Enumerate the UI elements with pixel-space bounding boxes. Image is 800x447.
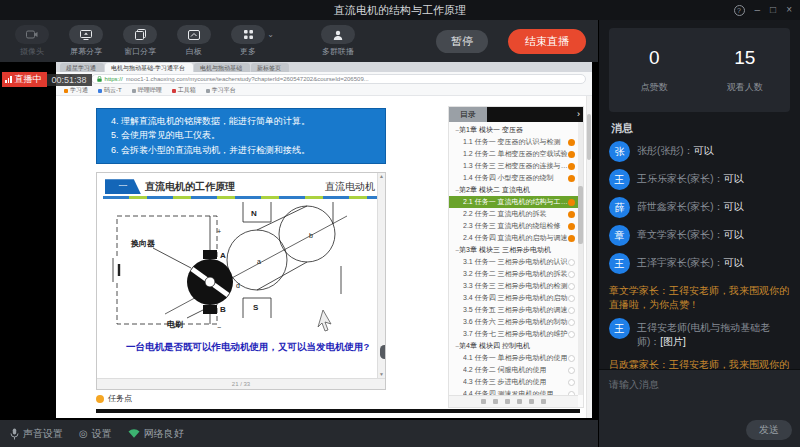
lock-icon bbox=[97, 76, 102, 82]
catalog-footer-icon[interactable] bbox=[529, 399, 534, 404]
label-terminal-b: B bbox=[220, 305, 226, 314]
task-status-badge bbox=[568, 139, 575, 146]
catalog-header: 目录 › bbox=[449, 107, 583, 122]
bookmark-item[interactable]: 码云-T bbox=[98, 86, 122, 95]
toolbar: 摄像头 屏幕分享 窗口分享 白板 ⌄ bbox=[0, 20, 598, 62]
label-plus: + bbox=[217, 228, 221, 235]
browser-tab-strip: 超星学习通 电机与拖动基础-学习通平台 电机与拖动基础 新标签页 bbox=[56, 62, 592, 72]
live-stream-app: 直流电机的结构与工作原理 ? – □ × 摄像头 屏幕分享 窗 bbox=[0, 0, 800, 447]
camera-button[interactable]: 摄像头 bbox=[10, 25, 54, 57]
message-input[interactable] bbox=[599, 370, 800, 422]
screen-share-button[interactable]: 屏幕分享 bbox=[64, 25, 108, 57]
network-signal-icon bbox=[128, 429, 140, 438]
maximize-icon[interactable]: □ bbox=[770, 5, 776, 15]
url-box[interactable]: https:// mooc1-1.chaoxing.com/mycourse/t… bbox=[91, 74, 586, 84]
window-share-button[interactable]: 窗口分享 bbox=[118, 25, 162, 57]
scroll-down-icon[interactable]: ▼ bbox=[379, 372, 384, 377]
network-status[interactable]: 网络良好 bbox=[128, 427, 184, 441]
catalog-item[interactable]: 1.2 任务二 单相变压器的空载试验 bbox=[449, 148, 583, 160]
dc-motor-diagram: 换向器 电刷 N S A B + − bbox=[107, 200, 375, 338]
catalog-item[interactable]: 4.1 任务一 单相异步电动机的使用 bbox=[449, 352, 583, 364]
catalog-item[interactable]: 3.3 任务三 三相异步电动机的检测 bbox=[449, 280, 583, 292]
bookmark-favicon bbox=[132, 89, 136, 93]
catalog-item[interactable]: 3.4 任务四 三相异步电动机的启动 bbox=[449, 292, 583, 304]
catalog-item[interactable]: 2.2 任务二 直流电机的拆装 bbox=[449, 208, 583, 220]
message-sender: 王乐乐家长(家长)： bbox=[637, 173, 724, 184]
close-icon[interactable]: × bbox=[786, 5, 792, 15]
task-status-badge bbox=[568, 343, 575, 350]
progress-divider bbox=[96, 409, 580, 413]
camera-icon bbox=[26, 30, 38, 39]
slide-divider bbox=[103, 196, 379, 199]
slide-header: 一 直流电机的工作原理 直流电动机 bbox=[97, 173, 385, 195]
catalog-item[interactable]: 1.1 任务一 变压器的认识与检测 bbox=[449, 136, 583, 148]
browser-tab[interactable]: 电机与拖动基础-学习通平台 bbox=[105, 63, 193, 72]
live-badge: 直播中 00:51:38 bbox=[2, 72, 92, 87]
catalog-item[interactable]: 4.2 任务二 伺服电机的使用 bbox=[449, 364, 583, 376]
likes-label: 点赞数 bbox=[641, 81, 668, 94]
message-sender: 王得安老师(电机与拖动基础老师)： bbox=[637, 322, 770, 347]
browser-tab[interactable]: 新标签页 bbox=[251, 63, 289, 72]
engagement-panel: 0 点赞数 15 观看人数 消息 张 张彤(张彤)：可以 bbox=[598, 20, 800, 447]
catalog-item[interactable]: 2.4 任务四 直流电机的启动与调速 bbox=[449, 232, 583, 244]
catalog-item[interactable]: 1.3 任务三 三相变压器的连接与检验 bbox=[449, 160, 583, 172]
bookmark-item[interactable]: 学习通 bbox=[64, 86, 88, 95]
task-status-badge bbox=[568, 175, 575, 182]
send-button[interactable]: 发送 bbox=[746, 420, 792, 440]
label-coil-d: d bbox=[236, 282, 240, 289]
catalog-item[interactable]: 3.5 任务五 三相异步电动机的调速 bbox=[449, 304, 583, 316]
catalog-item[interactable]: 2.1 任务一 直流电机的结构与工作原理 bbox=[449, 196, 583, 208]
catalog-scrollbar[interactable] bbox=[578, 122, 583, 395]
catalog-item[interactable]: 第4章 模块四 控制电机 bbox=[449, 340, 583, 352]
help-icon[interactable]: ? bbox=[734, 5, 745, 16]
catalog-item[interactable]: 3.7 任务七 三相异步电动机的维护 bbox=[449, 328, 583, 340]
catalog-item[interactable]: 2.3 任务三 直流电机的绕组检修 bbox=[449, 220, 583, 232]
catalog-footer-icon[interactable] bbox=[505, 399, 510, 404]
more-button[interactable]: ⌄ 更多 bbox=[226, 25, 270, 57]
chat-message: 章 章文学家长(家长)：可以 bbox=[609, 225, 790, 246]
catalog-item[interactable]: 3.1 任务一 三相异步电动机的认识 bbox=[449, 256, 583, 268]
task-status-badge bbox=[568, 367, 575, 374]
catalog-item[interactable]: 3.6 任务六 三相异步电动机的制动 bbox=[449, 316, 583, 328]
page-scroll-thumb[interactable] bbox=[587, 114, 591, 160]
bookmark-item[interactable]: 学习平台 bbox=[206, 86, 236, 95]
task-point-icon bbox=[96, 395, 104, 403]
catalog-footer-icon[interactable] bbox=[541, 399, 546, 404]
scroll-up-icon[interactable]: ▲ bbox=[379, 174, 384, 179]
catalog-item[interactable]: 第1章 模块一 变压器 bbox=[449, 124, 583, 136]
label-terminal-a: A bbox=[220, 251, 226, 260]
catalog-footer-icon[interactable] bbox=[517, 399, 522, 404]
message-sender: 吕政霖家长： bbox=[609, 359, 669, 369]
task-status-badge bbox=[568, 199, 575, 206]
end-live-button[interactable]: 结束直播 bbox=[508, 29, 586, 54]
message-sender: 章文学家长： bbox=[609, 285, 669, 296]
bookmark-item[interactable]: 哔哩哔哩 bbox=[132, 86, 162, 95]
catalog-scroll-thumb[interactable] bbox=[578, 186, 583, 244]
minimize-icon[interactable]: – bbox=[755, 5, 761, 15]
catalog-item[interactable]: 3.2 任务二 三相异步电动机的拆装 bbox=[449, 268, 583, 280]
catalog-item[interactable]: 4.3 任务三 步进电机的使用 bbox=[449, 376, 583, 388]
bookmark-item[interactable]: 工具箱 bbox=[172, 86, 196, 95]
catalog-item[interactable]: 第2章 模块二 直流电机 bbox=[449, 184, 583, 196]
scroll-handle[interactable] bbox=[380, 345, 386, 359]
catalog-footer-icon[interactable] bbox=[493, 399, 498, 404]
pause-button[interactable]: 暂停 bbox=[436, 30, 488, 53]
person-icon bbox=[333, 30, 343, 40]
browser-tab[interactable]: 电机与拖动基础 bbox=[194, 63, 250, 72]
catalog-item[interactable]: 1.4 任务四 小型变压器的绕制 bbox=[449, 172, 583, 184]
label-commutator: 换向器 bbox=[130, 239, 155, 248]
expand-arrow-icon[interactable]: › bbox=[577, 110, 580, 119]
likes-count: 0 bbox=[649, 47, 660, 69]
browser-tab[interactable]: 超星学习通 bbox=[60, 63, 104, 72]
catalog-tab[interactable]: 目录 bbox=[449, 107, 487, 122]
more-grid-icon bbox=[244, 30, 253, 39]
whiteboard-button[interactable]: 白板 bbox=[172, 25, 216, 57]
page-scrollbar[interactable] bbox=[586, 96, 592, 418]
multicast-button[interactable]: 多群联播 bbox=[316, 25, 360, 57]
label-coil-a: a bbox=[257, 258, 261, 265]
catalog-item[interactable]: 第3章 模块三 三相异步电动机 bbox=[449, 244, 583, 256]
catalog-footer-icon[interactable] bbox=[481, 399, 486, 404]
audio-settings-button[interactable]: 声音设置 bbox=[10, 427, 63, 441]
slide-subtitle: 直流电动机 bbox=[325, 180, 375, 194]
settings-button[interactable]: ◎ 设置 bbox=[79, 427, 112, 441]
